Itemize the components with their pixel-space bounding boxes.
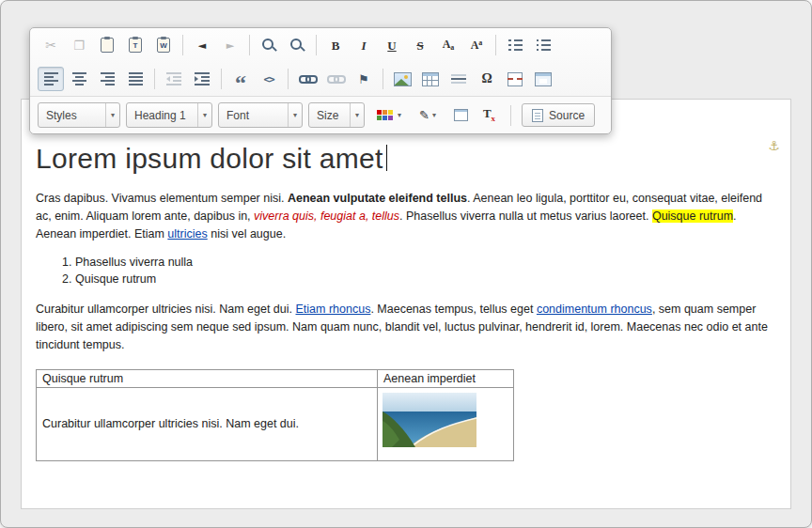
source-button[interactable]: Source	[522, 103, 595, 127]
underline-button[interactable]: U	[379, 33, 405, 57]
text-cursor	[386, 145, 387, 171]
palette-swatch	[388, 110, 393, 115]
text-segment: Quisque rutrum	[652, 210, 733, 223]
toolbar-separator	[383, 69, 383, 89]
text-segment: viverra quis, feugiat a, tellus	[254, 210, 399, 223]
superscript-icon-mark: a	[478, 39, 482, 47]
strikethrough-icon: S	[416, 39, 423, 52]
maximize-button[interactable]	[449, 103, 473, 127]
text-segment: Aenean vulputate eleifend tellus	[288, 192, 467, 205]
redo-button[interactable]: ►	[217, 33, 243, 57]
content-link[interactable]: condimentum rhoncus	[537, 303, 652, 316]
numbered-list-icon	[508, 39, 523, 51]
bold-button[interactable]: B	[322, 33, 349, 57]
remove-format-button[interactable]: Tx	[478, 103, 500, 127]
toolbar-separator	[221, 69, 222, 89]
editor-content[interactable]: ⚓ Lorem ipsum dolor sit amet Cras dapibu…	[21, 99, 791, 509]
text-segment: Cras dapibus. Vivamus elementum semper n…	[36, 192, 288, 205]
chevron-down-icon: ▾	[395, 104, 404, 126]
italic-icon: I	[361, 39, 366, 52]
align-right-icon	[101, 72, 115, 85]
copy-icon: ❐	[73, 39, 85, 52]
blockquote-icon: “	[235, 73, 246, 85]
source-doc-icon	[532, 109, 543, 122]
subscript-button[interactable]: Aa	[435, 33, 461, 57]
toolbar-separator	[288, 69, 289, 89]
find-button[interactable]	[256, 33, 282, 57]
link-icon	[299, 74, 316, 84]
table-cell: Curabitur ullamcorper ultricies nisi. Na…	[37, 387, 378, 460]
toolbar-separator	[316, 35, 317, 55]
size-dropdown[interactable]: Size ▾	[308, 102, 365, 128]
table-header-row: Quisque rutrum Aenean imperdiet	[37, 369, 514, 387]
image-button[interactable]	[389, 67, 415, 91]
search-icon	[262, 39, 273, 50]
chevron-down-icon: ▾	[288, 103, 302, 127]
cut-button[interactable]: ✂	[38, 33, 64, 57]
strikethrough-button[interactable]: S	[407, 33, 433, 57]
anchor-button[interactable]: ⚑	[351, 67, 377, 91]
text-segment: Curabitur ullamcorper ultricies nisi. Na…	[36, 303, 296, 316]
numbered-list-button[interactable]	[502, 33, 528, 57]
palette-swatch	[377, 116, 382, 120]
bulleted-list-button[interactable]	[530, 33, 556, 57]
subscript-icon-letter: A	[443, 39, 451, 50]
toolbar-separator	[249, 35, 250, 55]
iframe-button[interactable]	[530, 67, 556, 91]
outdent-button[interactable]	[161, 67, 187, 91]
ordered-list: Phasellus viverra nulla Quisque rutrum	[36, 255, 776, 287]
styles-dropdown-label: Styles	[39, 109, 85, 122]
font-dropdown-label: Font	[219, 109, 257, 122]
horizontal-rule-button[interactable]	[445, 67, 472, 91]
styles-dropdown[interactable]: Styles ▾	[38, 102, 120, 128]
toolbar-separator	[510, 105, 511, 126]
chevron-down-icon: ▾	[197, 103, 211, 127]
undo-button[interactable]: ◄	[189, 33, 215, 57]
size-dropdown-label: Size	[309, 109, 346, 122]
unlink-button[interactable]	[322, 67, 349, 91]
cut-icon: ✂	[45, 39, 56, 52]
align-right-button[interactable]	[94, 67, 120, 91]
anchor-flag-icon: ⚑	[358, 73, 369, 85]
paste-word-button[interactable]: W	[150, 33, 177, 57]
format-dropdown[interactable]: Heading 1 ▾	[126, 102, 212, 128]
paste-button[interactable]	[94, 33, 120, 57]
font-dropdown[interactable]: Font ▾	[218, 102, 303, 128]
maximize-icon	[454, 109, 468, 121]
align-left-button[interactable]	[38, 67, 64, 91]
background-color-button[interactable]: ✎ ▾	[414, 103, 444, 127]
palette-swatch	[388, 116, 393, 120]
superscript-icon-letter: A	[471, 39, 479, 51]
italic-button[interactable]: I	[351, 33, 377, 57]
replace-button[interactable]	[284, 33, 310, 57]
justify-button[interactable]	[122, 67, 148, 91]
table-body-row: Curabitur ullamcorper ultricies nisi. Na…	[37, 387, 514, 460]
code-snippet-button[interactable]: <>	[256, 67, 282, 91]
anchor-icon[interactable]: ⚓	[768, 139, 780, 152]
table-header-cell: Quisque rutrum	[37, 369, 378, 387]
superscript-icon: Aa	[471, 39, 483, 51]
unlink-icon	[327, 74, 344, 84]
chevron-down-icon: ▾	[350, 103, 364, 127]
content-link[interactable]: ultricies	[167, 227, 207, 241]
table-button[interactable]	[417, 67, 444, 91]
indent-button[interactable]	[189, 67, 215, 91]
text-color-button[interactable]: ▾	[370, 103, 409, 127]
toolbar-separator	[154, 69, 155, 89]
special-char-button[interactable]: Ω	[474, 67, 500, 91]
copy-button[interactable]: ❐	[66, 33, 92, 57]
table-header-cell: Aenean imperdiet	[378, 369, 514, 387]
paste-text-icon: T	[129, 38, 142, 53]
superscript-button[interactable]: Aa	[463, 33, 490, 57]
align-center-button[interactable]	[66, 67, 92, 91]
toolbar-row-1: ✂ ❐ T W ◄ ► B I U S Aa Aa	[30, 28, 611, 62]
content-link[interactable]: Etiam rhoncus	[296, 303, 371, 316]
link-button[interactable]	[294, 67, 320, 91]
paste-word-icon: W	[157, 38, 170, 53]
paragraph-1: Cras dapibus. Vivamus elementum semper n…	[36, 190, 776, 243]
blockquote-button[interactable]: “	[227, 67, 254, 91]
paste-text-button[interactable]: T	[122, 33, 148, 57]
page-break-button[interactable]	[502, 67, 528, 91]
toolbar-row-2: “ <> ⚑ Ω	[30, 62, 611, 96]
undo-icon: ◄	[198, 40, 206, 51]
